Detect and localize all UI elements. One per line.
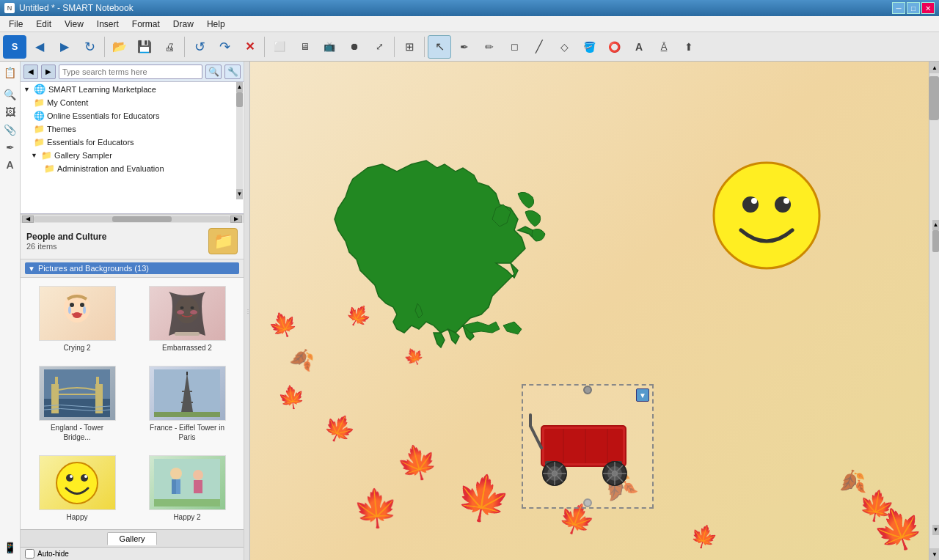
search-forward-button[interactable]: ▶ (41, 65, 56, 79)
tree-hscroll: ◀ ▶ (21, 214, 244, 223)
crying2-label: Crying 2 (63, 343, 90, 353)
menu-insert[interactable]: Insert (91, 18, 125, 31)
menu-format[interactable]: Format (126, 18, 166, 31)
happy-label: Happy (67, 512, 88, 522)
gallery-item-happy2[interactable]: Happy 2 (135, 452, 239, 526)
tree-item-my-content[interactable]: 📁 My Content (21, 96, 236, 109)
gallery-item-happy[interactable]: Happy (25, 452, 129, 526)
category-pictures-backgrounds[interactable]: ▼ Pictures and Backgrounds (13) (25, 262, 239, 274)
screen-freeze-button[interactable]: 🖥 (293, 35, 316, 59)
resize-button[interactable]: ⤢ (368, 35, 391, 59)
search-input[interactable] (59, 65, 202, 79)
resize-dots: ⋮ (245, 308, 249, 314)
open-button[interactable]: 📂 (108, 35, 131, 59)
textbg-tool[interactable]: Ā (652, 35, 676, 59)
hscroll-right[interactable]: ▶ (230, 215, 242, 223)
tree-item-online-essentials[interactable]: 🌐 Online Essentials for Educators (21, 109, 236, 122)
refresh-button[interactable]: ↻ (78, 35, 101, 59)
sidebar-attachments-icon[interactable]: 📎 (2, 122, 18, 138)
sidebar-properties-icon[interactable]: ✒ (2, 139, 18, 155)
tree-item-essentials[interactable]: 📁 Essentials for Educators (21, 136, 236, 149)
screen-blank-button[interactable]: ⬜ (268, 35, 291, 59)
more-tools[interactable]: ⬆ (677, 35, 701, 59)
tree-label-mycontent: My Content (47, 98, 88, 107)
forward-button[interactable]: ▶ (53, 35, 76, 59)
select-tool[interactable]: ↖ (428, 35, 451, 59)
search-options-button[interactable]: 🔧 (224, 65, 241, 79)
canvas-scroll-up[interactable]: ▲ (929, 62, 939, 73)
undo-button[interactable]: ↺ (188, 35, 211, 59)
svg-point-27 (170, 468, 182, 479)
gallery-item-embarrassed2[interactable]: Embarrassed 2 (135, 282, 239, 356)
sidebar-pages-icon[interactable]: 📋 (2, 65, 18, 81)
wagon-resize-handle[interactable] (583, 498, 592, 507)
close-button[interactable]: ✕ (921, 2, 935, 14)
gallery-resize-handle[interactable]: ⋮ (244, 62, 250, 560)
tree-item-admin-eval[interactable]: 📁 Administration and Evaluation (21, 162, 236, 175)
gallery-item-crying2[interactable]: Crying 2 (25, 282, 129, 356)
record-button[interactable]: ⏺ (343, 35, 366, 59)
autohide-label: Auto-hide (37, 550, 69, 558)
canvas-area[interactable]: 🍁 🍂 🍁 🍁 🍁 🍁 🍁 🍁 🍂 🍁 🍁 🍁 🍂 🍁 🍁 (250, 62, 939, 560)
tree-item-gallery-sampler[interactable]: ▼ 📁 Gallery Sampler (21, 149, 236, 162)
redo-button[interactable]: ↷ (213, 35, 236, 59)
eraser-tool[interactable]: ◻ (503, 35, 526, 59)
leaf-6: 🍁 (451, 468, 514, 528)
category-filter: ▼ Pictures and Backgrounds (13) (21, 259, 244, 278)
table-button[interactable]: ⊞ (398, 35, 421, 59)
wagon-menu-button[interactable]: ▼ (636, 388, 649, 402)
wagon-rotation-handle[interactable] (583, 386, 592, 394)
erase2-tool[interactable]: ⭕ (602, 35, 626, 59)
svg-point-4 (83, 306, 86, 314)
asia-map (309, 135, 573, 372)
svg-rect-41 (544, 429, 623, 463)
menu-edit[interactable]: Edit (30, 18, 57, 31)
search-nav: ◀ ▶ (23, 65, 56, 79)
leaf-1: 🍁 (265, 306, 302, 342)
save-button[interactable]: 💾 (133, 35, 156, 59)
print-button[interactable]: 🖨 (158, 35, 181, 59)
autohide-checkbox[interactable] (25, 549, 34, 559)
menubar: File Edit View Insert Format Draw Help (0, 16, 939, 32)
sidebar-device-icon[interactable]: 📱 (2, 539, 18, 556)
titlebar: N Untitled * - SMART Notebook ─ □ ✕ (0, 0, 939, 16)
svg-point-22 (66, 474, 73, 482)
gallery-item-england[interactable]: England - Tower Bridge... (25, 362, 129, 446)
highlight-tool[interactable]: ✏ (478, 35, 501, 59)
minimize-button[interactable]: ─ (892, 2, 905, 14)
menu-help[interactable]: Help (201, 18, 231, 31)
wagon-selection-box[interactable]: ▼ (522, 384, 654, 509)
delete-button[interactable]: ✕ (238, 35, 261, 59)
sidebar-gallery-icon[interactable]: 🖼 (2, 104, 18, 120)
menu-draw[interactable]: Draw (167, 18, 200, 31)
hscroll-track (34, 216, 230, 222)
tree-item-smart-marketplace[interactable]: ▼ 🌐 SMART Learning Marketplace (21, 82, 236, 96)
hscroll-left[interactable]: ◀ (22, 215, 34, 223)
screen-shade-button[interactable]: 📺 (318, 35, 341, 59)
logo-button[interactable]: S (3, 35, 26, 59)
search-back-button[interactable]: ◀ (23, 65, 38, 79)
leaf-10: 🍁 (687, 520, 720, 552)
canvas-scroll-down[interactable]: ▼ (929, 548, 939, 560)
pen-tool[interactable]: ✒ (453, 35, 476, 59)
tree-item-themes[interactable]: 📁 Themes (21, 122, 236, 136)
sidebar-text-icon[interactable]: A (2, 157, 18, 173)
gallery-item-france[interactable]: France - Eiffel Tower in Paris (135, 362, 239, 446)
sidebar-search-icon[interactable]: 🔍 (2, 86, 18, 103)
leaf-4: 🍁 (318, 408, 360, 449)
folder-open-button[interactable]: 📁 (208, 228, 238, 254)
tree-scroll-down[interactable]: ▼ (236, 189, 243, 199)
maximize-button[interactable]: □ (907, 2, 920, 14)
svg-point-1 (70, 303, 74, 307)
search-submit-button[interactable]: 🔍 (205, 65, 222, 79)
back-button[interactable]: ◀ (28, 35, 51, 59)
gallery-tab[interactable]: Gallery (107, 532, 158, 545)
fill-tool[interactable]: 🪣 (577, 35, 601, 59)
line-tool[interactable]: ╱ (527, 35, 551, 59)
leaf-7: 🍁 (351, 485, 401, 531)
tree-scroll-up[interactable]: ▲ (236, 82, 243, 92)
shape-tool[interactable]: ◇ (552, 35, 576, 59)
menu-view[interactable]: View (59, 18, 89, 31)
text-tool[interactable]: A (627, 35, 651, 59)
menu-file[interactable]: File (3, 18, 29, 31)
